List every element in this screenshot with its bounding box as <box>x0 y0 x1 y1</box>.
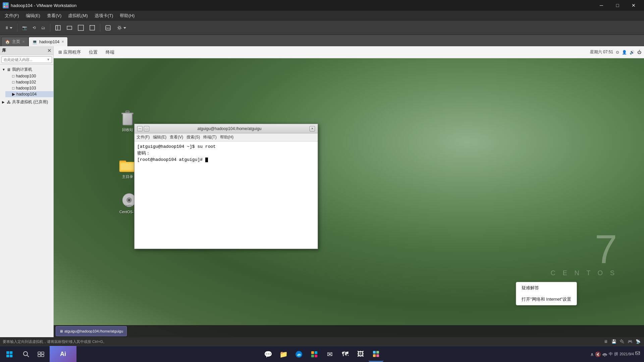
tray-ime-icon[interactable]: 拼 <box>614 351 618 357</box>
windows-clock[interactable]: 2021/9/4 <box>620 352 634 357</box>
restore-icon: ⟲ <box>33 25 36 30</box>
view-quick-button[interactable] <box>64 22 74 33</box>
tab-hadoop104[interactable]: 💻 hadoop104 ✕ <box>29 37 68 46</box>
tray-network-icon[interactable] <box>602 351 607 357</box>
svg-rect-0 <box>4 3 5 5</box>
vm-status-usb-icon[interactable]: 📡 <box>635 338 641 345</box>
tree-children-my-computer: □ hadoop100 □ hadoop102 □ hadoop103 <box>0 73 53 97</box>
tree-my-computer[interactable]: ▼ 🖥 我的计算机 <box>0 66 53 73</box>
menu-view[interactable]: 查看(V) <box>44 11 65 20</box>
maximize-button[interactable]: □ <box>610 0 625 11</box>
vm-status-display-icon[interactable]: 🖥 <box>602 338 609 345</box>
menu-vm[interactable]: 虚拟机(M) <box>65 11 91 20</box>
terminal-maximize-button[interactable]: □ <box>144 126 149 131</box>
vm-status-network-icon[interactable]: 🔌 <box>619 338 625 345</box>
terminal-body[interactable]: [atguigu@hadoop104 ~]$ su root 密码： [root… <box>135 141 318 249</box>
toolbar-separator-2 <box>50 24 50 32</box>
svg-rect-7 <box>67 26 72 29</box>
svg-point-13 <box>117 26 121 30</box>
sidebar-search-input[interactable] <box>1 56 52 63</box>
tree-hadoop104[interactable]: ▶ hadoop104 <box>5 91 53 97</box>
taskbar-photos-icon[interactable]: 🖼 <box>353 347 368 362</box>
terminal-window-buttons: ─ □ <box>137 126 149 131</box>
send-ctrlaltdel-button[interactable]: DEL <box>103 22 113 33</box>
search-button[interactable] <box>19 347 34 362</box>
tree-hadoop103-label: hadoop103 <box>16 86 36 90</box>
taskbar-browser-icon[interactable] <box>291 347 306 362</box>
tray-volume-icon[interactable]: 🔇 <box>595 352 601 357</box>
title-bar-text: hadoop104 - VMware Workstation <box>11 3 594 8</box>
nav-terminal-button[interactable]: 终端 <box>104 48 116 57</box>
tree-expand-shared[interactable]: ▶ <box>2 100 6 104</box>
taskbar-mail-icon[interactable]: ✉ <box>322 347 337 362</box>
tree-expand-my-computer[interactable]: ▼ <box>2 68 6 71</box>
terminal-label: 终端 <box>106 49 114 55</box>
tree-hadoop102[interactable]: □ hadoop102 <box>5 79 53 85</box>
vm-status-hdd-icon[interactable]: 💾 <box>610 338 617 345</box>
tab-hadoop104-close[interactable]: ✕ <box>61 40 64 44</box>
view-stretch-button[interactable] <box>76 22 86 33</box>
menu-edit[interactable]: 编辑(E) <box>22 11 44 20</box>
terminal-menu-edit[interactable]: 编辑(E) <box>153 134 166 140</box>
home-icon: 🏠 <box>5 40 10 44</box>
tab-vm-icon: 💻 <box>32 40 37 44</box>
minimize-button[interactable]: ─ <box>594 0 609 11</box>
windows-start-button[interactable] <box>1 346 17 362</box>
task-view-button[interactable] <box>34 347 48 362</box>
vm-display[interactable]: 7 C E N T O S 回收站 <box>54 58 644 337</box>
terminal-menu-view[interactable]: 查看(V) <box>170 134 183 140</box>
restore-snapshot-button[interactable]: ⟲ <box>31 22 38 33</box>
vm-status-sound-icon[interactable]: 🎮 <box>627 338 633 345</box>
ai-label: Ai <box>60 351 66 358</box>
tree-shared-vms[interactable]: ▶ 🖧 共享虚拟机 (已弃用) <box>0 99 53 106</box>
terminal-menu-terminal[interactable]: 终端(T) <box>203 134 216 140</box>
taskbar-explorer-icon[interactable]: 📁 <box>276 347 291 362</box>
trash-icon-shape <box>121 111 133 125</box>
menu-tab[interactable]: 选项卡(T) <box>91 11 117 20</box>
vm-settings-button[interactable] <box>114 22 128 33</box>
title-bar: hadoop104 - VMware Workstation ─ □ ✕ <box>0 0 644 11</box>
menu-help[interactable]: 帮助(H) <box>116 11 138 20</box>
places-label: 位置 <box>89 49 98 55</box>
menu-file[interactable]: 文件(F) <box>1 11 22 20</box>
terminal-menu-help[interactable]: 帮助(H) <box>220 134 234 140</box>
taskbar-app-terminal[interactable]: 🖥 atguigu@hadoop104:/home/atguigu <box>56 326 127 336</box>
tree-hadoop100[interactable]: □ hadoop100 <box>5 73 53 79</box>
taskbar-center-apps: 💬 📁 ✉ 🗺 🖼 <box>261 347 383 362</box>
svg-rect-29 <box>38 352 41 354</box>
svg-point-27 <box>23 352 28 356</box>
terminal-menu-file[interactable]: 文件(F) <box>137 134 150 140</box>
taskbar-app-label: atguigu@hadoop104:/home/atguigu <box>64 329 123 333</box>
nav-places-button[interactable]: 位置 <box>87 48 100 57</box>
svg-rect-9 <box>90 25 95 30</box>
view-fit-icon <box>89 25 95 31</box>
tab-home[interactable]: 🏠 主页 ✕ <box>1 37 29 46</box>
taskbar-store-icon[interactable] <box>307 347 322 362</box>
context-menu-troubleshoot[interactable]: 疑难解答 <box>516 282 577 294</box>
manage-snapshots-button[interactable]: 🗂 <box>39 22 47 33</box>
tray-arrow-icon[interactable]: ∧ <box>590 352 594 357</box>
terminal-menu-search[interactable]: 搜索(S) <box>186 134 200 140</box>
snapshot-button[interactable]: 📷 <box>20 22 29 33</box>
tab-home-close[interactable]: ✕ <box>22 40 25 44</box>
tray-lang-icon[interactable]: 中 <box>609 351 613 357</box>
terminal-minimize-button[interactable]: ─ <box>137 126 143 131</box>
taskbar-maps-icon[interactable]: 🗺 <box>338 347 353 362</box>
context-menu-network-settings[interactable]: 打开"网络和 Internet"设置 <box>516 294 577 305</box>
svg-rect-37 <box>315 355 317 357</box>
taskbar-vmware-icon[interactable] <box>369 347 383 362</box>
view-fit-button[interactable] <box>87 22 97 33</box>
terminal-close-button[interactable]: ✕ <box>310 126 315 131</box>
settings-icon <box>116 25 122 31</box>
taskbar-chat-icon[interactable]: 💬 <box>261 347 275 362</box>
pause-button[interactable]: ⏸ <box>3 22 14 33</box>
sidebar-close-button[interactable]: ✕ <box>47 48 51 53</box>
view-normal-button[interactable] <box>53 22 63 33</box>
tree-hadoop103[interactable]: □ hadoop103 <box>5 85 53 91</box>
close-button[interactable]: ✕ <box>626 0 641 11</box>
svg-rect-26 <box>10 355 12 357</box>
ai-button[interactable]: Ai <box>50 346 76 362</box>
nav-apps-button[interactable]: ⊞ 应用程序 <box>56 48 83 57</box>
tray-notification-icon[interactable] <box>635 351 640 357</box>
toolbar-separator-3 <box>100 24 100 32</box>
